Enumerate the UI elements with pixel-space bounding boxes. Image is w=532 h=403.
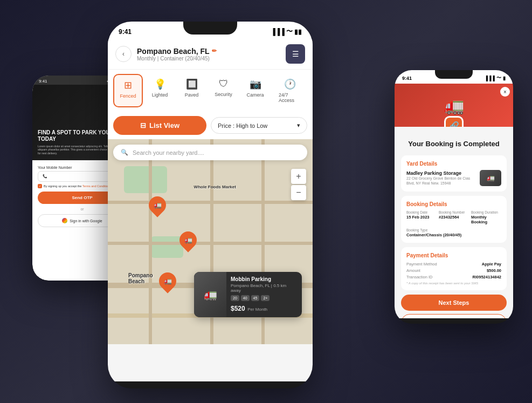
zoom-controls: + − [291,169,306,200]
parking-popup[interactable]: 🚛 Mobbin Parking Pompano Beach, FL | 0.5… [194,272,302,317]
filter-24-7[interactable]: 🕐 24/7 Access [272,74,307,107]
pin-icon-1: 🚛 [154,201,162,209]
payment-method-label: Payment Method [406,262,437,267]
header-title-area: Pompano Beach, FL ✏ Monthly | Container … [137,47,280,62]
yard-info: Madley Parking Storage 22 Old Grocery Gr… [406,170,476,186]
payment-method-row: Payment Method Apple Pay [406,262,501,267]
back-button[interactable]: ‹ [115,46,132,62]
booking-section-title: Booking Details [406,201,501,207]
edit-icon[interactable]: ✏ [212,47,217,54]
security-icon: 🛡 [219,78,229,90]
transaction-id-value: RI09524134842 [473,275,501,279]
next-steps-button[interactable]: Next Steps [401,295,507,311]
yard-name: Madley Parking Storage [406,170,476,176]
booking-date-item: Booking Date 15 Feb 2023 [406,210,437,224]
booking-grid: Booking Date 15 Feb 2023 Booking Number … [406,210,501,237]
24-7-icon: 🕐 [284,78,296,90]
battery-icon: ▮▮ [294,28,302,36]
terms-text: By signing up you accept the Terms and C… [44,185,111,188]
right-screen: 🚛 × 🔗 Your Booking is Completed Yard Det… [395,84,513,318]
green-area-1 [124,166,167,193]
pin-circle-1: 🚛 [145,193,169,217]
wifi-icon: 〜 [286,27,293,36]
popup-price-row: $520 Per Month [231,303,298,313]
book-another-button[interactable]: Book Another Spot [401,314,507,318]
filter-bar: ⊞ Fenced 💡 Lighted 🔲 Paved 🛡 Security 📷 … [108,70,313,112]
booking-duration-label: Booking Duration [471,210,501,214]
fenced-icon: ⊞ [124,79,132,91]
terms-link[interactable]: Terms and Conditions [82,185,111,188]
pin-circle-3: 🚛 [155,269,179,293]
terms-checkbox[interactable]: ✓ [38,184,42,188]
filter-fenced[interactable]: ⊞ Fenced [113,74,143,107]
filter-security-label: Security [215,92,232,97]
filter-paved-label: Paved [185,92,199,98]
whole-foods-label: Whole Foods Market [194,185,236,189]
payment-section-title: Payment Details [406,252,501,258]
tag-20: 20 [231,295,239,301]
booking-type-value: Container/Chassis (20/40/45) [406,233,501,237]
right-time: 9:41 [402,76,412,81]
camera-icon: 📷 [250,78,261,90]
zoom-in-button[interactable]: + [291,169,306,184]
truck-emoji: 🚛 [444,96,464,115]
green-area-2 [151,236,183,258]
right-status-icons: ▐▐▐ 〜 ▮ [485,74,506,81]
pin-icon-3: 🚛 [164,277,172,285]
center-screen: ‹ Pompano Beach, FL ✏ Monthly | Containe… [108,39,313,381]
filter-paved[interactable]: 🔲 Paved [177,74,206,107]
map-pin-1[interactable]: 🚛 [149,196,166,214]
transaction-id-row: Transaction ID RI09524134842 [406,275,501,279]
search-icon: 🔍 [121,149,128,156]
hamburger-icon: ☰ [292,50,299,58]
list-view-button[interactable]: ⊟ List View [113,116,206,135]
popup-period: Per Month [247,307,267,312]
search-placeholder: Search your nearby yard.... [133,149,204,156]
booking-type-item: Booking Type Container/Chassis (20/40/45… [406,228,501,237]
controls-row: ⊟ List View Price : High to Low ▾ [108,112,313,139]
booking-duration-value: Monthly Booking [471,215,501,224]
center-phone: 9:41 ▐▐▐ 〜 ▮▮ ‹ Pompano Beach, FL ✏ Mont… [108,22,313,388]
menu-button[interactable]: ☰ [286,44,305,64]
google-icon [62,218,67,223]
booking-date-label: Booking Date [406,210,437,214]
pin-icon-2: 🚛 [184,236,192,244]
close-button[interactable]: × [500,87,510,97]
left-time: 9:41 [39,79,47,84]
sort-dropdown[interactable]: Price : High to Low ▾ [211,117,307,134]
popup-image: 🚛 [194,272,226,317]
map-area[interactable]: 🔍 Search your nearby yard.... + − 🚛 🚛 [108,139,313,344]
popup-content: Mobbin Parking Pompano Beach, FL | 0.5 k… [226,272,302,317]
zoom-out-button[interactable]: − [291,185,306,200]
right-notch [435,70,473,79]
payment-method-value: Apple Pay [482,262,501,267]
signal-bars: ▐▐▐ [271,28,285,36]
filter-security[interactable]: 🛡 Security [209,74,238,107]
center-notch [183,22,237,35]
booking-type-label: Booking Type [406,228,501,232]
filter-camera-label: Camera [247,92,264,98]
logo-icon: 🔗 [448,121,459,127]
filter-fenced-label: Fenced [120,93,136,99]
list-icon: ⊟ [140,121,146,129]
pin-circle-2: 🚛 [176,228,200,252]
filter-camera[interactable]: 📷 Camera [240,74,270,107]
filter-24-7-label: 24/7 Access [279,92,301,103]
right-phone: 9:41 ▐▐▐ 〜 ▮ 🚛 × 🔗 Your Booking is Compl… [395,70,513,324]
close-icon: × [503,89,507,95]
lighted-icon: 💡 [154,78,166,90]
popup-location: Pompano Beach, FL | 0.5 km away [231,283,298,293]
booking-body: Your Booking is Completed Yard Details M… [395,127,513,318]
yard-thumbnail: 🚛 [480,170,501,186]
center-time: 9:41 [119,28,132,36]
filter-lighted[interactable]: 💡 Lighted [145,74,175,107]
right-signal: ▐▐▐ [485,76,495,81]
tag-40: 40 [241,295,250,301]
map-search-bar[interactable]: 🔍 Search your nearby yard.... [113,145,307,160]
phone-icon: 📞 [43,174,47,179]
payment-amount-label: Amount [406,268,420,273]
yard-details-card: Yard Details Madley Parking Storage 22 O… [401,155,507,192]
map-pin-3[interactable]: 🚛 [159,272,176,290]
payment-amount-value: $500.00 [487,268,501,273]
map-pin-2[interactable]: 🚛 [179,231,197,249]
